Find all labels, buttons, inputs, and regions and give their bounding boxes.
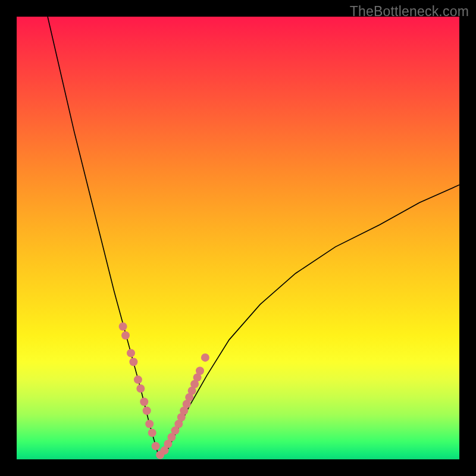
sample-dot <box>143 406 151 415</box>
bottleneck-curve <box>48 17 459 455</box>
plot-area <box>17 17 459 459</box>
sample-dot <box>152 442 160 450</box>
sample-dot <box>201 353 209 362</box>
chart-frame: TheBottleneck.com <box>0 0 476 476</box>
chart-svg <box>17 17 459 459</box>
sample-dot <box>148 428 156 437</box>
sample-dot <box>136 384 145 393</box>
sample-dot <box>129 358 137 366</box>
sample-dot <box>196 367 204 375</box>
sample-dot <box>121 331 130 340</box>
sample-dot <box>134 375 142 384</box>
sample-dot <box>140 397 148 406</box>
sample-dot <box>127 349 135 357</box>
sample-dot <box>145 420 154 428</box>
sample-dot <box>119 322 127 331</box>
sample-dots-group <box>119 322 209 459</box>
